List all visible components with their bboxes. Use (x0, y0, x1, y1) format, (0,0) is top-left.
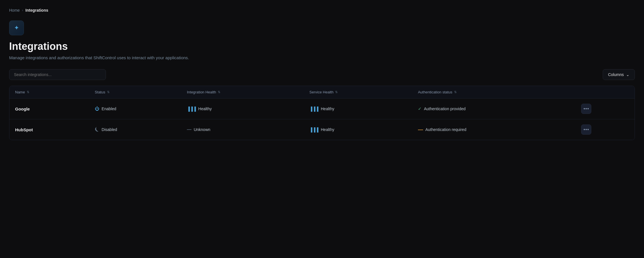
toolbar: Columns ⌄ (9, 69, 635, 80)
row-status-hubspot: ⏾ Disabled (89, 119, 181, 140)
row-actions-google: ••• (575, 99, 635, 119)
check-icon: ✓ (418, 106, 422, 111)
int-health-label: Unknown (194, 127, 210, 132)
bar-chart-icon: ▐▐▐ (187, 107, 196, 111)
table-row: HubSpot ⏾ Disabled — Unknown ▐▐▐ Healthy (9, 119, 635, 140)
status-label: Disabled (102, 127, 117, 132)
search-input[interactable] (9, 69, 106, 80)
chevron-down-icon: ⌄ (626, 72, 629, 77)
breadcrumb: Home › Integrations (9, 8, 635, 13)
page-icon: ✦ (9, 21, 24, 35)
col-actions (575, 86, 635, 99)
page-title: Integrations (9, 40, 635, 52)
row-actions-hubspot: ••• (575, 119, 635, 140)
row-auth-google: ✓ Authentication provided (412, 99, 575, 119)
bar-chart-icon: ▐▐▐ (309, 107, 319, 111)
col-service-health: Service Health ⇅ (304, 86, 412, 99)
table-header-row: Name ⇅ Status ⇅ Integration Health ⇅ (9, 86, 635, 99)
table-row: Google ⏻ Enabled ▐▐▐ Healthy ▐▐▐ Healthy (9, 99, 635, 119)
enabled-icon: ⏻ (95, 106, 99, 111)
bar-chart-icon: ▐▐▐ (309, 127, 319, 132)
row-name-hubspot: HubSpot (9, 119, 89, 140)
columns-label: Columns (608, 72, 624, 77)
sort-icon-status: ⇅ (107, 90, 110, 94)
columns-button[interactable]: Columns ⌄ (603, 69, 635, 80)
svc-health-label: Healthy (321, 127, 334, 132)
sort-icon-service-health: ⇅ (335, 90, 338, 94)
breadcrumb-current: Integrations (25, 8, 48, 13)
dash-icon: — (187, 127, 191, 132)
row-auth-hubspot: — Authentication required (412, 119, 575, 140)
auth-label: Authentication provided (424, 107, 465, 111)
col-integration-health: Integration Health ⇅ (181, 86, 303, 99)
col-auth-status: Authentication status ⇅ (412, 86, 575, 99)
auth-label: Authentication required (425, 127, 466, 132)
status-label: Enabled (102, 107, 116, 111)
integrations-table: Name ⇅ Status ⇅ Integration Health ⇅ (9, 86, 635, 140)
sort-icon-name: ⇅ (27, 90, 29, 94)
dash-icon: — (418, 127, 423, 132)
disabled-icon: ⏾ (95, 127, 99, 132)
sort-icon-integration-health: ⇅ (218, 90, 220, 94)
svc-health-label: Healthy (321, 107, 334, 111)
row-int-health-google: ▐▐▐ Healthy (181, 99, 303, 119)
row-status-google: ⏻ Enabled (89, 99, 181, 119)
col-status: Status ⇅ (89, 86, 181, 99)
integrations-icon: ✦ (14, 24, 19, 32)
sort-icon-auth-status: ⇅ (454, 90, 457, 94)
page-description: Manage integrations and authorizations t… (9, 55, 635, 60)
col-name: Name ⇅ (9, 86, 89, 99)
row-name-google: Google (9, 99, 89, 119)
breadcrumb-home[interactable]: Home (9, 8, 20, 13)
row-svc-health-hubspot: ▐▐▐ Healthy (304, 119, 412, 140)
row-svc-health-google: ▐▐▐ Healthy (304, 99, 412, 119)
int-health-label: Healthy (198, 107, 212, 111)
row-action-button-google[interactable]: ••• (581, 104, 591, 114)
row-action-button-hubspot[interactable]: ••• (581, 124, 591, 135)
row-int-health-hubspot: — Unknown (181, 119, 303, 140)
breadcrumb-separator: › (22, 8, 23, 12)
